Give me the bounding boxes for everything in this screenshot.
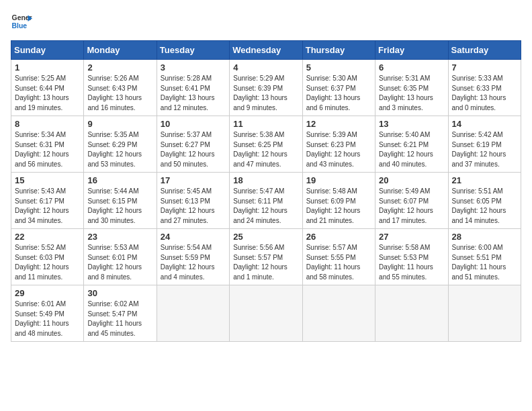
calendar-cell: 17Sunrise: 5:45 AMSunset: 6:13 PMDayligh… [157,173,229,229]
day-info: Sunrise: 5:29 AMSunset: 6:39 PMDaylight:… [233,74,298,113]
calendar-cell: 5Sunrise: 5:30 AMSunset: 6:37 PMDaylight… [302,60,375,116]
calendar-cell [375,285,448,342]
day-info: Sunrise: 5:37 AMSunset: 6:27 PMDaylight:… [161,130,226,169]
day-number: 26 [306,232,371,242]
calendar-cell: 27Sunrise: 5:58 AMSunset: 5:53 PMDayligh… [375,229,448,285]
calendar-cell: 13Sunrise: 5:40 AMSunset: 6:21 PMDayligh… [375,116,448,173]
calendar-week-row: 22Sunrise: 5:52 AMSunset: 6:03 PMDayligh… [11,229,521,285]
calendar-cell: 1Sunrise: 5:25 AMSunset: 6:44 PMDaylight… [11,60,84,116]
day-info: Sunrise: 5:57 AMSunset: 5:55 PMDaylight:… [306,243,371,282]
column-header-wednesday: Wednesday [230,41,302,60]
calendar-cell: 9Sunrise: 5:35 AMSunset: 6:29 PMDaylight… [84,116,157,173]
day-number: 22 [15,232,80,242]
calendar-cell [302,285,375,342]
day-info: Sunrise: 5:42 AMSunset: 6:19 PMDaylight:… [452,130,517,169]
calendar-week-row: 1Sunrise: 5:25 AMSunset: 6:44 PMDaylight… [11,60,521,116]
day-info: Sunrise: 5:25 AMSunset: 6:44 PMDaylight:… [15,74,80,113]
calendar-cell: 11Sunrise: 5:38 AMSunset: 6:25 PMDayligh… [230,116,302,173]
calendar-cell: 15Sunrise: 5:43 AMSunset: 6:17 PMDayligh… [11,173,84,229]
day-number: 11 [233,119,298,129]
column-header-monday: Monday [84,41,157,60]
calendar-week-row: 29Sunrise: 6:01 AMSunset: 5:49 PMDayligh… [11,285,521,342]
calendar-cell: 4Sunrise: 5:29 AMSunset: 6:39 PMDaylight… [230,60,302,116]
day-info: Sunrise: 5:45 AMSunset: 6:13 PMDaylight:… [161,187,226,226]
calendar-cell: 6Sunrise: 5:31 AMSunset: 6:35 PMDaylight… [375,60,448,116]
calendar-cell: 7Sunrise: 5:33 AMSunset: 6:33 PMDaylight… [448,60,521,116]
logo-icon: General Blue [11,11,32,32]
day-number: 16 [87,175,152,185]
day-number: 7 [452,62,517,73]
calendar-cell: 29Sunrise: 6:01 AMSunset: 5:49 PMDayligh… [11,285,84,342]
day-number: 4 [233,62,298,73]
column-header-thursday: Thursday [302,41,375,60]
day-info: Sunrise: 5:39 AMSunset: 6:23 PMDaylight:… [306,130,371,169]
calendar-cell: 24Sunrise: 5:54 AMSunset: 5:59 PMDayligh… [157,229,229,285]
day-info: Sunrise: 5:28 AMSunset: 6:41 PMDaylight:… [161,74,226,113]
calendar-cell: 26Sunrise: 5:57 AMSunset: 5:55 PMDayligh… [302,229,375,285]
day-info: Sunrise: 5:33 AMSunset: 6:33 PMDaylight:… [452,74,517,113]
day-info: Sunrise: 5:47 AMSunset: 6:11 PMDaylight:… [233,187,298,226]
day-number: 10 [161,119,226,129]
day-number: 2 [87,62,152,73]
page-header: General Blue [11,11,521,32]
day-number: 19 [306,175,371,185]
day-number: 28 [452,232,517,242]
calendar-cell: 12Sunrise: 5:39 AMSunset: 6:23 PMDayligh… [302,116,375,173]
day-number: 9 [87,119,152,129]
day-number: 3 [161,62,226,73]
day-info: Sunrise: 5:51 AMSunset: 6:05 PMDaylight:… [452,187,517,226]
day-info: Sunrise: 5:49 AMSunset: 6:07 PMDaylight:… [379,187,444,226]
day-number: 6 [379,62,444,73]
day-info: Sunrise: 5:58 AMSunset: 5:53 PMDaylight:… [379,243,444,282]
calendar-cell: 14Sunrise: 5:42 AMSunset: 6:19 PMDayligh… [448,116,521,173]
calendar-cell: 20Sunrise: 5:49 AMSunset: 6:07 PMDayligh… [375,173,448,229]
calendar-header-row: SundayMondayTuesdayWednesdayThursdayFrid… [11,41,521,60]
day-number: 15 [15,175,80,185]
day-info: Sunrise: 5:53 AMSunset: 6:01 PMDaylight:… [87,243,152,282]
day-number: 27 [379,232,444,242]
day-info: Sunrise: 5:52 AMSunset: 6:03 PMDaylight:… [15,243,80,282]
calendar-cell: 22Sunrise: 5:52 AMSunset: 6:03 PMDayligh… [11,229,84,285]
day-info: Sunrise: 5:38 AMSunset: 6:25 PMDaylight:… [233,130,298,169]
day-info: Sunrise: 6:01 AMSunset: 5:49 PMDaylight:… [15,300,80,338]
day-number: 14 [452,119,517,129]
day-number: 17 [161,175,226,185]
svg-text:Blue: Blue [12,22,28,30]
day-info: Sunrise: 5:30 AMSunset: 6:37 PMDaylight:… [306,74,371,113]
day-info: Sunrise: 5:54 AMSunset: 5:59 PMDaylight:… [161,243,226,282]
day-number: 5 [306,62,371,73]
day-number: 23 [87,232,152,242]
day-info: Sunrise: 5:35 AMSunset: 6:29 PMDaylight:… [87,130,152,169]
day-number: 21 [452,175,517,185]
calendar-cell: 8Sunrise: 5:34 AMSunset: 6:31 PMDaylight… [11,116,84,173]
day-info: Sunrise: 5:26 AMSunset: 6:43 PMDaylight:… [87,74,152,113]
column-header-tuesday: Tuesday [157,41,229,60]
day-number: 24 [161,232,226,242]
day-number: 25 [233,232,298,242]
calendar-cell: 2Sunrise: 5:26 AMSunset: 6:43 PMDaylight… [84,60,157,116]
day-number: 29 [15,288,80,298]
day-info: Sunrise: 5:44 AMSunset: 6:15 PMDaylight:… [87,187,152,226]
day-number: 18 [233,175,298,185]
day-number: 1 [15,62,80,73]
calendar-cell [157,285,229,342]
calendar-cell: 23Sunrise: 5:53 AMSunset: 6:01 PMDayligh… [84,229,157,285]
column-header-saturday: Saturday [448,41,521,60]
column-header-friday: Friday [375,41,448,60]
calendar-cell: 30Sunrise: 6:02 AMSunset: 5:47 PMDayligh… [84,285,157,342]
day-info: Sunrise: 5:43 AMSunset: 6:17 PMDaylight:… [15,187,80,226]
calendar-cell: 10Sunrise: 5:37 AMSunset: 6:27 PMDayligh… [157,116,229,173]
day-number: 12 [306,119,371,129]
calendar-cell: 19Sunrise: 5:48 AMSunset: 6:09 PMDayligh… [302,173,375,229]
logo: General Blue [11,11,32,32]
calendar-cell [230,285,302,342]
calendar-cell: 16Sunrise: 5:44 AMSunset: 6:15 PMDayligh… [84,173,157,229]
day-number: 13 [379,119,444,129]
day-number: 30 [87,288,152,298]
calendar-week-row: 8Sunrise: 5:34 AMSunset: 6:31 PMDaylight… [11,116,521,173]
day-info: Sunrise: 6:00 AMSunset: 5:51 PMDaylight:… [452,243,517,282]
calendar-cell: 21Sunrise: 5:51 AMSunset: 6:05 PMDayligh… [448,173,521,229]
day-info: Sunrise: 5:56 AMSunset: 5:57 PMDaylight:… [233,243,298,282]
day-info: Sunrise: 5:40 AMSunset: 6:21 PMDaylight:… [379,130,444,169]
calendar-cell: 25Sunrise: 5:56 AMSunset: 5:57 PMDayligh… [230,229,302,285]
